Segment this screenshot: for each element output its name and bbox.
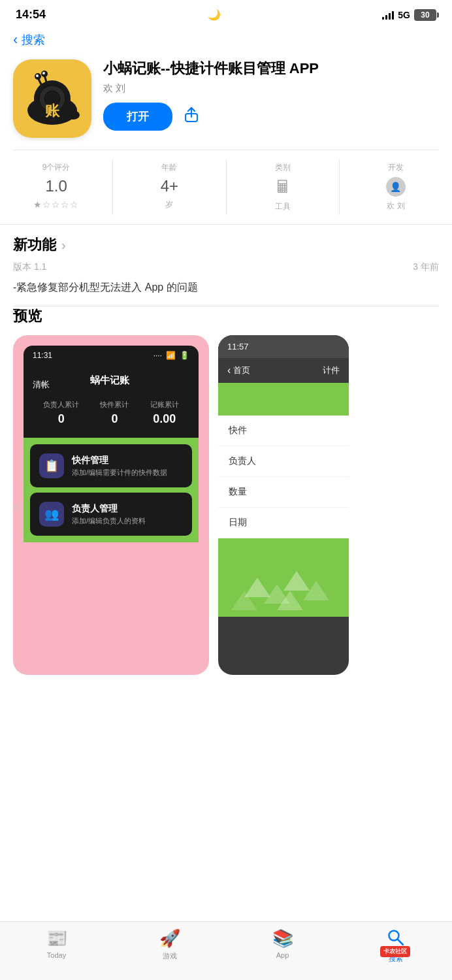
ss1-menu-icon-1: 📋 <box>39 453 64 478</box>
developer-avatar: 👤 <box>386 177 406 197</box>
svg-text:账: 账 <box>45 103 60 119</box>
screenshot-2: 11:57 ‹ 首页 计件 快件 负责人 数量 日期 <box>218 335 349 675</box>
rating-stars: ★☆☆☆☆ <box>33 199 79 210</box>
preview-scroll: 11:31 ···· 📶 🔋 清帐 蜗牛记账 <box>13 335 439 675</box>
age-sub: 岁 <box>165 199 173 210</box>
ss1-clear-btn: 清帐 <box>33 379 50 391</box>
ss1-menu-text-1: 快件管理 添加/编辑需要计件的快件数据 <box>72 455 167 478</box>
apps-icon: 📚 <box>272 928 293 949</box>
new-features-section: 新功能 › 版本 1.1 3 年前 -紧急修复部分机型无法进入 App 的问题 <box>0 225 452 306</box>
ss2-bottom-green <box>218 538 349 617</box>
stats-row: 9个评分 1.0 ★☆☆☆☆ 年龄 4+ 岁 类别 🖩 工具 开发 👤 欢 刘 <box>0 150 452 225</box>
status-time: 14:54 <box>16 8 46 22</box>
ss1-stat-2: 快件累计 0 <box>100 400 129 426</box>
preview-title: 预览 <box>13 306 439 326</box>
ss1-menu-icon-2: 👥 <box>39 502 64 527</box>
developer-name-short: 欢 刘 <box>387 201 404 212</box>
signal-bars <box>382 10 394 20</box>
share-button[interactable] <box>183 106 200 127</box>
tab-apps[interactable]: 📚 App <box>263 928 302 959</box>
tab-today-label: Today <box>47 951 66 959</box>
screenshot-1: 11:31 ···· 📶 🔋 清帐 蜗牛记账 <box>13 335 209 675</box>
ss2-list-item-2: 数量 <box>218 477 349 508</box>
developer-label: 开发 <box>388 162 404 173</box>
ss1-left-arrow-icon: ‹ <box>14 498 19 513</box>
version-row: 版本 1.1 3 年前 <box>13 261 439 273</box>
tab-games-label: 游戏 <box>163 951 177 961</box>
age-value: 4+ <box>161 177 178 195</box>
rating-count-label: 9个评分 <box>42 162 71 173</box>
5g-label: 5G <box>398 10 410 20</box>
ss1-menu-text-2: 负责人管理 添加/编辑负责人的资料 <box>72 503 146 526</box>
ss2-list-item-0: 快件 <box>218 416 349 446</box>
watermark: 卡农社区 <box>380 946 410 957</box>
app-icon: 账 <box>13 59 91 138</box>
section-title-row: 新功能 › <box>13 235 439 255</box>
status-right: 5G 30 <box>382 9 436 21</box>
back-chevron-icon: ‹ <box>13 33 18 47</box>
stat-rating: 9个评分 1.0 ★☆☆☆☆ <box>0 159 113 215</box>
svg-marker-15 <box>283 571 310 591</box>
ss2-status-bar: 11:57 <box>218 335 349 358</box>
ss1-menu-item-2: 👥 负责人管理 添加/编辑负责人的资料 <box>30 493 192 536</box>
update-note: -紧急修复部分机型无法进入 App 的问题 <box>13 280 439 295</box>
ss1-stat-3: 记账累计 0.00 <box>150 400 179 426</box>
svg-point-8 <box>36 74 39 77</box>
ss1-status-bar: 11:31 ···· 📶 🔋 <box>24 346 199 365</box>
svg-marker-13 <box>244 578 270 597</box>
ss2-triangles <box>218 538 349 617</box>
ss2-top-green <box>218 383 349 416</box>
tab-games[interactable]: 🚀 游戏 <box>150 928 189 961</box>
back-label: 搜索 <box>22 32 45 48</box>
calculator-icon: 🖩 <box>274 177 291 197</box>
battery-indicator: 30 <box>414 9 436 21</box>
ss2-nav-left: ‹ 首页 <box>227 365 250 376</box>
stat-category: 类别 🖩 工具 <box>227 159 340 215</box>
nav-bar: ‹ 搜索 <box>0 27 452 50</box>
status-bar: 14:54 🌙 5G 30 <box>0 0 452 27</box>
today-icon: 📰 <box>46 928 67 949</box>
moon-icon: 🌙 <box>208 8 221 21</box>
open-button[interactable]: 打开 <box>103 103 172 131</box>
ss1-menu-item-1: 📋 快件管理 添加/编辑需要计件的快件数据 <box>30 444 192 487</box>
version-label: 版本 1.1 <box>13 261 46 273</box>
chevron-right-icon: › <box>61 238 66 253</box>
ss1-main-card: 清帐 蜗牛记账 负责人累计 0 快件累计 0 <box>24 365 199 438</box>
category-value: 工具 <box>275 201 291 212</box>
ss1-time: 11:31 <box>33 351 52 360</box>
ss2-list: 快件 负责人 数量 日期 <box>218 416 349 538</box>
app-title: 小蜗记账--快捷计件账目管理 APP <box>103 59 439 78</box>
svg-point-9 <box>42 72 45 74</box>
stat-developer: 开发 👤 欢 刘 <box>340 159 452 215</box>
ss2-list-item-1: 负责人 <box>218 446 349 477</box>
app-info: 小蜗记账--快捷计件账目管理 APP 欢 刘 打开 <box>103 59 439 131</box>
tab-today[interactable]: 📰 Today <box>37 928 76 959</box>
rating-score: 1.0 <box>45 177 67 195</box>
svg-point-11 <box>67 110 80 120</box>
tab-search[interactable]: 搜索 卡农社区 <box>376 928 415 964</box>
tab-bar: 📰 Today 🚀 游戏 📚 App 搜索 卡农社区 <box>0 921 452 980</box>
ss1-app-name: 蜗牛记账 <box>90 374 129 387</box>
stat-age: 年龄 4+ 岁 <box>113 159 226 215</box>
back-button[interactable]: ‹ 搜索 <box>13 32 45 48</box>
ss1-green-area: 📋 快件管理 添加/编辑需要计件的快件数据 👥 负责人管理 添加/编辑负责人的资… <box>24 438 199 542</box>
preview-section: 预览 11:31 ···· 📶 🔋 <box>0 306 452 688</box>
ss2-time: 11:57 <box>227 342 249 351</box>
new-features-title: 新功能 <box>13 235 56 255</box>
tab-apps-label: App <box>276 951 289 959</box>
ss1-stats: 负责人累计 0 快件累计 0 记账累计 0.00 <box>33 400 189 426</box>
app-header: 账 小蜗记账--快捷计件账目管理 APP 欢 刘 打开 <box>0 50 452 150</box>
svg-line-20 <box>398 939 403 945</box>
ss1-stat-1: 负责人累计 0 <box>43 400 79 426</box>
ss2-nav-title: 计件 <box>323 365 340 376</box>
ss2-list-item-3: 日期 <box>218 508 349 538</box>
age-label: 年龄 <box>161 162 177 173</box>
category-label: 类别 <box>275 162 291 173</box>
app-actions: 打开 <box>103 103 439 131</box>
ss2-nav: ‹ 首页 计件 <box>218 358 349 383</box>
version-date: 3 年前 <box>413 261 439 273</box>
games-icon: 🚀 <box>159 928 180 949</box>
app-developer: 欢 刘 <box>103 82 439 95</box>
